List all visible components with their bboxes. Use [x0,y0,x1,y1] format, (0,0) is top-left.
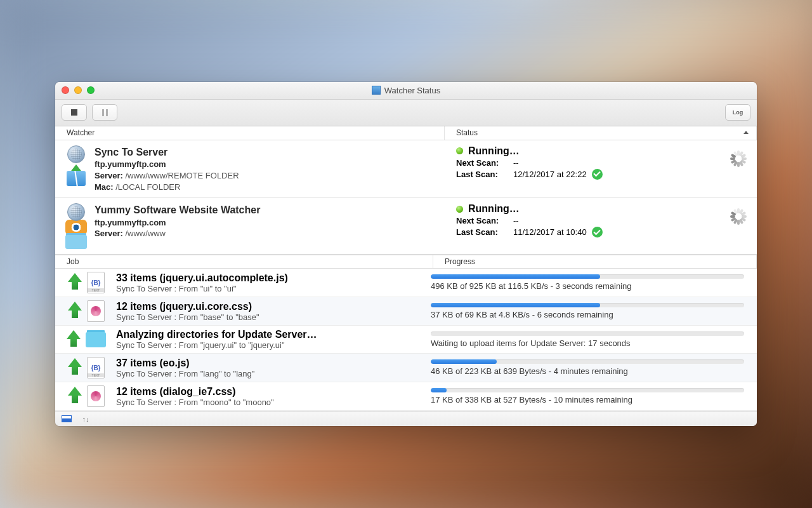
jobs-list: {B}33 items (jquery.ui.autocomplete.js)S… [55,269,757,411]
job-subtitle: Sync To Server : From "moono" to "moono" [116,398,431,407]
progress-text: 17 KB of 338 KB at 527 Bytes/s - 10 minu… [431,395,744,404]
sort-button[interactable]: ↑↓ [79,414,92,424]
minimize-icon[interactable] [74,86,82,94]
progress-bar [431,303,744,307]
watcher-server: Server: /www/www/REMOTE FOLDER [95,170,445,182]
spinner-icon [730,208,747,225]
progress-bar [431,331,744,336]
next-scan: Next Scan:-- [456,158,730,168]
job-row[interactable]: {B}37 items (eo.js)Sync To Server : From… [55,354,757,382]
progress-text: Waiting to upload items for Update Serve… [431,338,744,348]
watcher-host: ftp.yummyftp.com [95,159,445,170]
traffic-lights [62,86,95,94]
watcher-status: Running… [456,203,730,215]
status-dot-icon [456,147,463,154]
job-subtitle: Sync To Server : From "jquery.ui" to "jq… [116,340,431,350]
log-icon: Log [733,109,743,116]
log-button[interactable]: Log [725,104,750,121]
folder-icon [86,332,106,347]
watcher-status: Running… [456,145,730,157]
job-title: Analyzing directories for Update Server… [116,329,431,340]
eye-icon [65,220,87,235]
watcher-host: ftp.yummyftp.com [95,217,445,229]
watcher-name: Yummy Software Website Watcher [95,203,445,217]
last-scan: Last Scan:11/12/2017 at 10:40 [456,227,730,237]
job-subtitle: Sync To Server : From "lang" to "lang" [116,369,431,378]
close-icon[interactable] [62,86,69,94]
text-file-icon: {B} [87,357,105,378]
column-status[interactable]: Status [445,126,757,140]
progress-text: 37 KB of 69 KB at 4.8 KB/s - 6 seconds r… [431,310,744,319]
column-job[interactable]: Job [55,255,433,268]
folder-icon [65,235,87,249]
progress-bar [431,388,744,392]
globe-icon [67,203,85,221]
job-subtitle: Sync To Server : From "base" to "base" [116,312,431,322]
stop-button[interactable] [62,104,87,121]
progress-bar [431,274,744,279]
css-file-icon [87,385,105,407]
pause-button[interactable] [92,104,117,121]
check-icon [592,227,603,237]
globe-icon [67,145,85,163]
footer-bar: ↑↓ [55,411,757,426]
next-scan: Next Scan:-- [456,216,730,225]
job-title: 33 items (jquery.ui.autocomplete.js) [116,272,431,284]
watcher-name: Sync To Server [95,145,445,159]
watchers-list: Sync To Serverftp.yummyftp.comServer: /w… [55,140,757,255]
window-title: Watcher Status [55,86,757,95]
check-icon [592,169,603,180]
status-dot-icon [456,206,463,213]
progress-text: 496 KB of 925 KB at 116.5 KB/s - 3 secon… [431,281,744,291]
view-icon [62,415,72,422]
column-watcher[interactable]: Watcher [55,126,445,140]
column-status-label: Status [456,128,478,137]
job-title: 12 items (dialog_ie7.css) [116,386,431,398]
watchers-column-header: Watcher Status [55,126,757,140]
app-window: Watcher Status Log Watcher Status Sync T… [55,82,757,426]
titlebar[interactable]: Watcher Status [55,82,757,100]
text-file-icon: {B} [87,272,105,293]
watcher-row[interactable]: Sync To Serverftp.yummyftp.comServer: /w… [55,140,757,198]
watcher-row[interactable]: Yummy Software Website Watcherftp.yummyf… [55,198,757,255]
watcher-server: Server: /www/www [95,228,445,239]
job-row[interactable]: 12 items (jquery.ui.core.css)Sync To Ser… [55,297,757,326]
last-scan: Last Scan:12/12/2017 at 22:22 [456,169,730,180]
job-row[interactable]: {B}33 items (jquery.ui.autocomplete.js)S… [55,269,757,297]
jobs-column-header: Job Progress [55,255,757,269]
app-icon [372,86,381,95]
upload-arrow-icon [67,302,83,321]
stop-icon [71,109,77,116]
finder-icon [67,171,86,186]
job-row[interactable]: Analyzing directories for Update Server…… [55,326,757,354]
sort-caret-icon [743,131,749,134]
spinner-icon [730,150,747,167]
pause-icon [102,109,108,116]
sort-arrows-icon: ↑↓ [82,415,89,423]
toolbar: Log [55,100,757,126]
upload-arrow-icon [67,273,83,292]
progress-text: 46 KB of 223 KB at 639 Bytes/s - 4 minut… [431,366,744,376]
upload-arrow-icon [67,358,83,377]
job-title: 12 items (jquery.ui.core.css) [116,301,431,312]
zoom-icon[interactable] [87,86,95,94]
upload-arrow-icon [65,330,82,349]
progress-bar [431,359,744,364]
job-row[interactable]: 12 items (dialog_ie7.css)Sync To Server … [55,382,757,411]
column-progress[interactable]: Progress [433,255,757,268]
window-title-text: Watcher Status [384,86,440,95]
job-subtitle: Sync To Server : From "ui" to "ui" [116,284,431,293]
job-title: 37 items (eo.js) [116,358,431,369]
view-mode-button[interactable] [60,414,73,424]
watcher-mac: Mac: /LOCAL FOLDER [95,182,445,193]
upload-arrow-icon [67,387,83,406]
css-file-icon [87,300,105,322]
